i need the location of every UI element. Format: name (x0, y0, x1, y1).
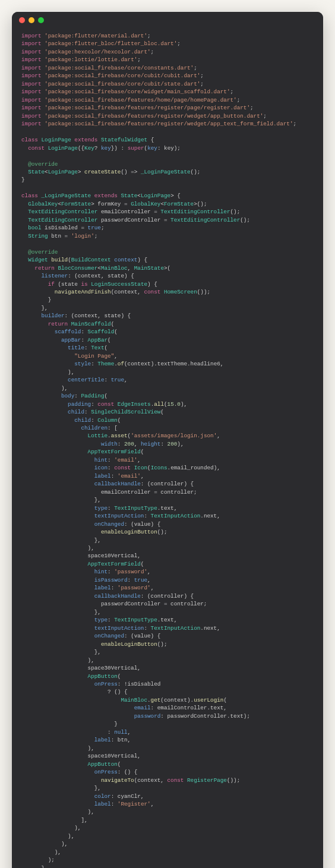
import-line: 'package:hexcolor/hexcolor.dart' (45, 49, 151, 55)
window-titlebar (12, 12, 323, 29)
override-annotation: @override (28, 161, 58, 168)
import-line: 'package:flutter/material.dart' (45, 33, 147, 39)
import-line: 'package:social_firebase/features/regist… (45, 113, 263, 119)
code-editor[interactable]: import 'package:flutter/material.dart'; … (12, 29, 323, 868)
maximize-icon[interactable] (38, 17, 44, 23)
override-annotation: @override (28, 249, 58, 255)
import-line: 'package:social_firebase/core/widget/mai… (45, 89, 230, 95)
import-line: 'package:flutter_bloc/flutter_bloc.dart' (45, 40, 177, 47)
import-line: 'package:social_firebase/features/home/p… (45, 97, 237, 103)
import-line: 'package:social_firebase/features/regist… (45, 121, 293, 127)
class-name: _LoginPageState (42, 192, 91, 199)
import-line: 'package:social_firebase/core/constants.… (45, 65, 194, 71)
close-icon[interactable] (19, 17, 25, 23)
title-string: "Login Page" (74, 353, 114, 359)
minimize-icon[interactable] (29, 17, 34, 23)
class-name: LoginPage (42, 137, 71, 143)
editor-window: import 'package:flutter/material.dart'; … (12, 12, 323, 868)
import-line: 'package:lottie/lottie.dart' (45, 56, 137, 63)
import-line: 'package:social_firebase/features/regist… (45, 105, 250, 111)
import-line: 'package:social_firebase/core/cubit/cubi… (45, 72, 200, 79)
extends-type: StatefulWidget (101, 137, 147, 143)
import-line: 'package:social_firebase/core/cubit/stat… (45, 81, 200, 87)
